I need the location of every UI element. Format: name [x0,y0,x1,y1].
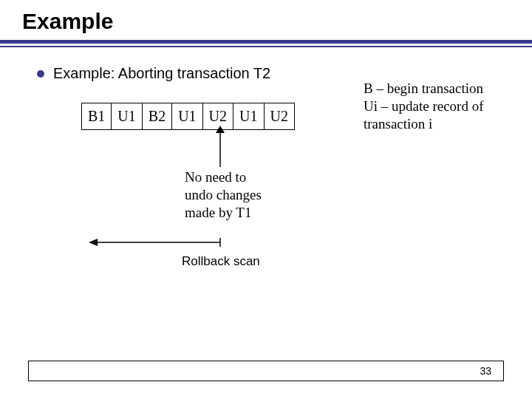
svg-marker-1 [216,126,225,133]
content-area: Example: Aborting transaction T2 B1 U1 B… [0,47,532,130]
log-cell: U1 [172,103,202,130]
rollback-label: Rollback scan [182,254,260,269]
note-line: undo changes [185,186,303,204]
svg-marker-3 [89,239,98,246]
legend-line: B – begin transaction [364,80,519,98]
table-row: B1 U1 B2 U1 U2 U1 U2 [82,103,295,130]
log-cell: B1 [82,103,112,130]
note-line: made by T1 [185,204,303,222]
log-cell: U1 [112,103,142,130]
log-cell: U1 [233,103,264,130]
divider-thick [0,40,532,44]
arrow-up-icon [213,126,228,168]
arrow-left-icon [89,236,222,248]
log-cell: U2 [264,103,294,130]
footer-bar: 33 [28,361,504,381]
log-cell: B2 [142,103,171,130]
legend-line: transaction i [364,115,519,133]
slide-number: 33 [480,365,491,377]
note-text: No need to undo changes made by T1 [185,168,303,221]
bullet-icon [37,70,44,78]
bullet-text: Example: Aborting transaction T2 [53,65,270,82]
legend-text: B – begin transaction Ui – update record… [364,80,519,132]
note-line: No need to [185,168,303,186]
legend-line: Ui – update record of [364,98,519,115]
slide-title: Example [0,0,532,40]
log-table: B1 U1 B2 U1 U2 U1 U2 [81,103,295,130]
